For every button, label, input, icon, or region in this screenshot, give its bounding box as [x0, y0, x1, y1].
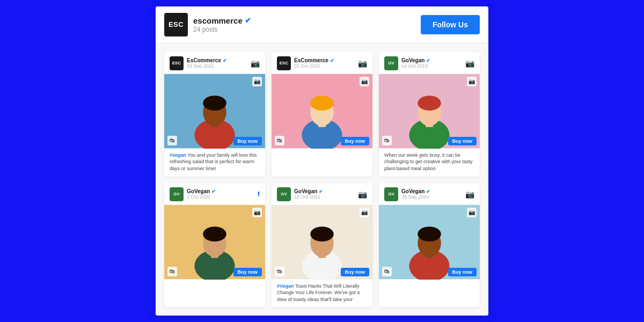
brand-info: escommerce ✔ 24 posts: [193, 16, 251, 33]
instagram-icon: 📷: [358, 59, 367, 68]
buy-now-button[interactable]: Buy now: [448, 137, 477, 145]
post-card: GV GoVegan ✔ 14 Oct 2019 📷: [379, 52, 480, 177]
cart-icon: 🛍: [382, 267, 392, 276]
post-card: GV GoVegan ✔ 29 Sep 2020 📷: [379, 183, 480, 308]
post-verified-icon: ✔: [223, 58, 227, 63]
camera-icon: 📷: [467, 77, 477, 86]
social-feed-widget: ESC escommerce ✔ 24 posts Follow Us ESC …: [156, 6, 488, 316]
post-verified-icon: ✔: [330, 58, 334, 63]
svg-point-14: [418, 96, 441, 111]
post-date: 29 Sep 2020: [401, 194, 430, 200]
post-avatar: GV: [384, 56, 398, 70]
post-image-wrap: 📷 🛍 Buy now: [272, 204, 372, 280]
post-image-wrap: 📷 🛍 Buy now: [379, 204, 480, 280]
post-image-wrap: 📷 🛍 Buy now: [272, 74, 372, 149]
svg-point-19: [203, 226, 226, 241]
svg-point-24: [310, 226, 334, 241]
post-avatar: ESC: [170, 56, 184, 70]
buy-now-button[interactable]: Buy now: [233, 268, 262, 276]
instagram-icon: 📷: [358, 190, 367, 199]
post-header: ESC EsCommerce ✔ 03 Sep 2021 📷: [164, 52, 265, 74]
widget-header: ESC escommerce ✔ 24 posts Follow Us: [156, 6, 488, 43]
post-header-left: GV GoVegan ✔ 29 Sep 2020: [384, 187, 430, 201]
post-verified-icon: ✔: [319, 189, 323, 194]
post-account-name: GoVegan ✔: [401, 57, 430, 63]
post-image-wrap: 📷 🛍 Buy now: [379, 74, 480, 149]
posts-grid: ESC EsCommerce ✔ 03 Sep 2021 📷: [156, 43, 488, 316]
post-date: 02 Oct 2021: [294, 63, 334, 69]
post-header-left: GV GoVegan ✔ 14 Oct 2019: [384, 56, 430, 70]
post-date: 03 Sep 2021: [187, 63, 227, 69]
post-caption: When our week gets busy, it can be chall…: [379, 149, 480, 177]
brand-posts-count: 24 posts: [193, 26, 251, 33]
post-card: GV GoVegan ✔ 1 Oct 2020 f: [164, 183, 265, 308]
cart-icon: 🛍: [275, 267, 284, 276]
post-caption: #vegan You and your family will love thi…: [164, 149, 265, 177]
buy-now-button[interactable]: Buy now: [233, 137, 262, 145]
cart-icon: 🛍: [167, 267, 177, 276]
instagram-icon: 📷: [465, 59, 474, 68]
post-header-left: ESC EsCommerce ✔ 02 Oct 2021: [277, 56, 334, 70]
post-header: ESC EsCommerce ✔ 02 Oct 2021 📷: [272, 52, 372, 74]
svg-point-29: [418, 226, 441, 241]
post-image-wrap: 📷 🛍 Buy now: [164, 74, 265, 149]
post-account-name: EsCommerce ✔: [294, 57, 334, 63]
post-header-left: ESC EsCommerce ✔ 03 Sep 2021: [170, 56, 227, 70]
post-verified-icon: ✔: [211, 189, 216, 194]
post-meta: GoVegan ✔ 29 Sep 2020: [401, 188, 430, 200]
post-header: GV GoVegan ✔ 14 Oct 2019 📷: [379, 52, 480, 74]
verified-icon: ✔: [245, 16, 251, 25]
post-verified-icon: ✔: [426, 58, 430, 63]
follow-us-button[interactable]: Follow Us: [421, 15, 480, 34]
post-image-wrap: 📷 🛍 Buy now: [164, 204, 265, 280]
camera-icon: 📷: [252, 208, 262, 217]
cart-icon: 🛍: [167, 136, 177, 145]
post-date: 14 Oct 2019: [401, 63, 430, 69]
post-account-name: GoVegan ✔: [401, 188, 430, 194]
post-header: GV GoVegan ✔ 29 Sep 2020 📷: [379, 183, 480, 204]
post-caption: #Vegan Toast Hacks That Will Literally C…: [272, 280, 372, 308]
post-avatar: GV: [170, 187, 184, 201]
camera-icon: 📷: [360, 208, 369, 217]
post-avatar: GV: [277, 187, 291, 201]
post-account-name: GoVegan ✔: [294, 188, 323, 194]
post-card: ESC EsCommerce ✔ 03 Sep 2021 📷: [164, 52, 265, 177]
post-meta: EsCommerce ✔ 02 Oct 2021: [294, 57, 334, 69]
instagram-icon: 📷: [465, 190, 474, 199]
brand-logo: ESC: [164, 13, 188, 36]
brand-name: escommerce ✔: [193, 16, 251, 25]
post-meta: GoVegan ✔ 14 Oct 2019: [401, 57, 430, 69]
buy-now-button[interactable]: Buy now: [341, 137, 370, 145]
post-verified-icon: ✔: [426, 189, 430, 194]
post-card: ESC EsCommerce ✔ 02 Oct 2021 📷: [272, 52, 372, 177]
post-header-left: GV GoVegan ✔ 1 Oct 2020: [170, 187, 216, 201]
post-avatar: ESC: [277, 56, 291, 70]
post-meta: EsCommerce ✔ 03 Sep 2021: [187, 57, 227, 69]
post-meta: GoVegan ✔ 1 Oct 2020: [187, 188, 216, 200]
post-header-left: GV GoVegan ✔ 18 Oct 2021: [277, 187, 323, 201]
camera-icon: 📷: [360, 77, 369, 86]
post-avatar: GV: [384, 187, 398, 201]
buy-now-button[interactable]: Buy now: [448, 268, 477, 276]
cart-icon: 🛍: [382, 136, 392, 145]
post-date: 18 Oct 2021: [294, 194, 323, 200]
post-account-name: GoVegan ✔: [187, 188, 216, 194]
post-card: GV GoVegan ✔ 18 Oct 2021 📷: [272, 183, 372, 308]
post-header: GV GoVegan ✔ 18 Oct 2021 📷: [272, 183, 372, 204]
header-left: ESC escommerce ✔ 24 posts: [164, 13, 251, 36]
buy-now-button[interactable]: Buy now: [341, 268, 370, 276]
post-meta: GoVegan ✔ 18 Oct 2021: [294, 188, 323, 200]
logo-text: ESC: [169, 20, 184, 28]
post-header: GV GoVegan ✔ 1 Oct 2020 f: [164, 183, 265, 204]
post-account-name: EsCommerce ✔: [187, 57, 227, 63]
svg-point-9: [310, 96, 334, 111]
camera-icon: 📷: [467, 208, 477, 217]
cart-icon: 🛍: [275, 136, 284, 145]
camera-icon: 📷: [252, 77, 262, 86]
instagram-icon: 📷: [251, 59, 260, 68]
svg-point-4: [203, 96, 226, 111]
post-date: 1 Oct 2020: [187, 194, 216, 200]
facebook-icon: f: [258, 190, 260, 198]
